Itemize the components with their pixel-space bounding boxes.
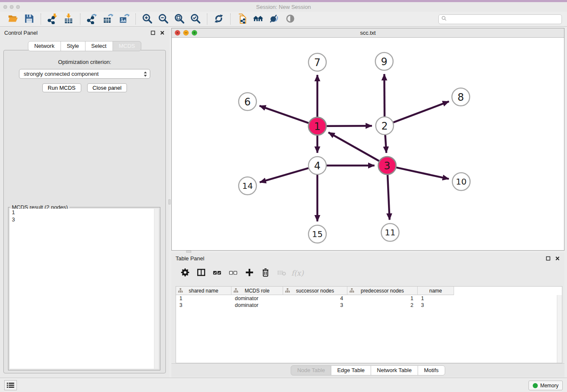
export-image-button[interactable] [117,13,131,25]
graph-node-9[interactable]: 9 [375,52,393,70]
close-table-panel-icon[interactable] [554,255,560,261]
network-maximize-button[interactable] [192,30,197,36]
run-mcds-button[interactable]: Run MCDS [42,83,81,92]
mcds-result-item[interactable]: 3 [10,216,159,223]
export-network-icon [86,13,97,25]
mcds-result-item[interactable]: 1 [10,209,159,216]
network-canvas[interactable]: 7968124314101511 [172,38,564,250]
float-table-panel-icon[interactable] [545,255,551,261]
graph-edge-4-14[interactable] [260,168,308,182]
toolbar-separator [80,14,80,25]
table-scrollbar[interactable] [557,295,562,363]
show-panels-list-button[interactable] [4,380,17,390]
open-session-button[interactable] [6,13,20,25]
cell-shared-name[interactable]: 3 [176,302,231,309]
tab-motifs[interactable]: Motifs [418,365,445,375]
column-header-MCDS-role[interactable]: MCDS role [231,287,283,295]
first-neighbors-button[interactable] [251,13,265,25]
add-column-icon [245,268,254,279]
dropdown-value: strongly connected component [24,71,99,77]
import-table-button[interactable] [62,13,75,25]
tab-node-table[interactable]: Node Table [291,365,331,375]
zoom-fit-button[interactable] [173,13,186,25]
delete-column-icon [261,268,270,279]
table-panel: Table Panel f(x) shared nameMCDS rolesuc… [171,253,564,378]
table-settings-button[interactable] [179,267,191,279]
graph-edge-1-2[interactable] [327,126,372,126]
optimization-criterion-dropdown[interactable]: strongly connected component [19,69,150,79]
table-row[interactable]: 1dominator411 [176,295,562,302]
vertical-split-handle[interactable] [168,199,171,204]
cell-predecessor-nodes[interactable]: 1 [347,295,418,302]
graph-edge-3-10[interactable] [396,168,449,179]
graph-edge-3-11[interactable] [388,175,390,220]
tab-mcds[interactable]: MCDS [113,41,141,51]
graph-edge-2-8[interactable] [394,102,449,123]
cell-shared-name[interactable]: 1 [176,295,231,302]
cell-MCDS-role[interactable]: dominator [231,302,283,309]
graph-node-label: 4 [314,160,320,172]
table-tabs: Node TableEdge TableNetwork TableMotifs [171,363,564,377]
graph-node-10[interactable]: 10 [452,173,470,190]
search-icon [441,15,447,23]
zoom-selected-button[interactable] [189,13,202,25]
select-all-button[interactable] [211,267,223,279]
column-header-successor-nodes[interactable]: successor nodes [283,287,347,295]
add-column-button[interactable] [243,267,255,279]
delete-column-button[interactable] [259,267,271,279]
zoom-in-button[interactable] [140,13,154,25]
cell-successor-nodes[interactable]: 3 [283,302,347,309]
graph-edge-3-1[interactable] [328,133,379,161]
split-view-button[interactable] [195,267,207,279]
cell-name[interactable]: 1 [418,295,454,302]
graph-node-6[interactable]: 6 [239,93,256,110]
graph-node-7[interactable]: 7 [308,53,326,71]
tab-network[interactable]: Network [28,41,61,51]
refresh-layout-button[interactable] [212,13,226,25]
graph-edge-2-3[interactable] [385,135,386,153]
table-row[interactable]: 3dominator323 [176,302,562,309]
search-input[interactable] [447,15,559,23]
graph-edge-2-9[interactable] [384,74,385,116]
mcds-result-list[interactable]: 13 [10,209,159,369]
network-close-button[interactable] [175,30,180,36]
cell-predecessor-nodes[interactable]: 2 [347,302,418,309]
tab-network-table[interactable]: Network Table [371,365,418,375]
export-network-button[interactable] [85,13,99,25]
clone-network-button[interactable] [235,13,249,25]
float-panel-icon[interactable] [150,30,156,36]
cell-successor-nodes[interactable]: 4 [283,295,347,302]
close-panel-icon[interactable] [159,30,165,36]
column-header-shared-name[interactable]: shared name [176,287,231,295]
table-panel-title: Table Panel [176,255,204,262]
graph-node-11[interactable]: 11 [381,224,399,241]
deselect-all-button[interactable] [227,267,239,279]
close-panel-button[interactable]: Close panel [87,83,127,92]
tab-select[interactable]: Select [85,41,113,51]
graph-node-8[interactable]: 8 [452,88,470,106]
graph-node-14[interactable]: 14 [239,177,256,195]
graph-node-4[interactable]: 4 [308,157,326,174]
graph-node-2[interactable]: 2 [376,117,394,135]
column-header-predecessor-nodes[interactable]: predecessor nodes [347,287,418,295]
save-session-button[interactable] [22,13,36,25]
column-header-name[interactable]: name [418,287,454,295]
export-table-button[interactable] [101,13,115,25]
zoom-out-button[interactable] [157,13,170,25]
graph-node-3[interactable]: 3 [378,157,396,174]
graph-edge-1-6[interactable] [259,106,308,123]
delete-table-button [275,267,287,279]
network-minimize-button[interactable] [183,30,189,36]
tab-edge-table[interactable]: Edge Table [331,365,371,375]
show-graphics-details-button[interactable] [267,13,281,25]
result-scrollbar[interactable] [154,209,159,369]
graph-node-1[interactable]: 1 [308,117,326,135]
graph-node-15[interactable]: 15 [308,225,326,243]
cell-MCDS-role[interactable]: dominator [231,295,283,302]
tab-style[interactable]: Style [61,41,85,51]
memory-button[interactable]: Memory [528,381,563,390]
graph-node-label: 11 [385,227,395,237]
import-network-button[interactable] [46,13,59,25]
cell-name[interactable]: 3 [418,302,454,309]
search-box [438,14,562,24]
